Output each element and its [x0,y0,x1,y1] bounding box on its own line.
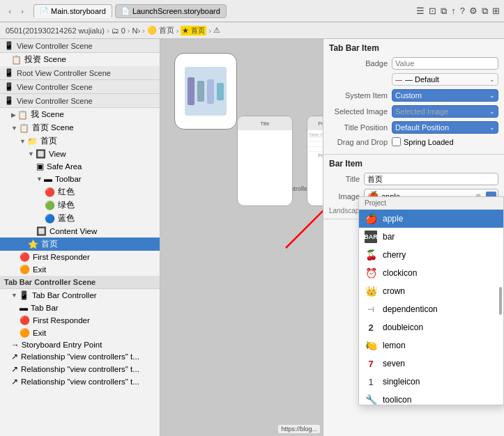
dropdown-item-cherry[interactable]: 🍒 cherry [359,246,503,264]
list-item[interactable]: → Storyboard Entry Point [0,339,160,350]
item-label: Safe Area [47,162,82,171]
scene-label-3[interactable]: View Controller Scene [17,83,93,91]
scene-label-4[interactable]: View Controller Scene [17,97,93,105]
item-label: 首页 [40,136,57,146]
settings-icon[interactable]: ⚙ [469,6,478,16]
list-item[interactable]: ▼ ▬ Toolbar [0,173,160,185]
badge-input [392,57,498,70]
title-position-label: Title Position [329,123,392,132]
expand-arrow: ▼ [28,150,34,157]
crown-label: crown [383,286,405,296]
back-button[interactable]: ‹ [4,6,15,17]
square-icon[interactable]: ⊡ [429,6,436,16]
list-item[interactable]: ▣ Safe Area [0,160,160,173]
item-label: Content View [49,227,97,235]
default-select[interactable]: — — Default ⌄ [392,73,498,86]
dropdown-item-lemon[interactable]: 🍋 lemon [359,336,503,355]
breadcrumb-item-2[interactable]: 🗂 0 [112,26,125,35]
title-position-select[interactable]: Default Position ⌄ [392,121,498,134]
list-item[interactable]: ▼ 🔲 View [0,148,160,160]
canvas[interactable]: Navigation Controller Title Prototype Ce… [160,39,323,436]
tab-bar-item-section: Tab Bar Item Badge — — Default ⌄ [323,39,504,155]
layers-icon[interactable]: ⧉ [482,6,488,17]
list-item[interactable]: ▶ 📋 我 Scene [0,108,160,121]
item-icon: 📋 [17,110,28,120]
red-dash-icon: — [395,76,402,84]
breadcrumb-item-4[interactable]: 🟡 首页 [147,25,174,36]
bar-item-title: Bar Item [329,159,498,169]
tab-launch-storyboard[interactable]: 📄 LaunchScreen.storyboard [115,4,227,18]
breadcrumb-item-3[interactable]: N› [132,26,140,35]
scene-frame [174,53,237,130]
scene-header-3: 📱 View Controller Scene [0,80,160,94]
list-icon[interactable]: ☰ [416,6,425,16]
scene-label-2[interactable]: Root View Controller Scene [17,69,111,77]
tab-bar-icon: ▬ [20,303,28,313]
chevron-down-icon-2: ⌄ [489,92,495,99]
item-label: Tab Bar [31,304,59,312]
dropdown-item-double[interactable]: 2 doubleicon [359,318,503,336]
tab-main-storyboard[interactable]: 📄 Main.storyboard [33,4,112,18]
dropdown-scrollbar[interactable] [498,197,503,405]
bar-title-input[interactable] [364,173,498,185]
list-item[interactable]: 🔵 蓝色 [0,212,160,225]
grid-icon[interactable]: ⊞ [492,6,500,16]
scene-label-1[interactable]: View Controller Scene [17,42,93,50]
lemon-icon: 🍋 [365,339,377,352]
dropdown-item-dependent[interactable]: ⊣ dependenticon [359,300,503,318]
breadcrumb-item-6[interactable]: ⚠ [213,26,220,35]
cherry-label: cherry [383,250,406,260]
list-item[interactable]: 🔲 Content View [0,225,160,238]
list-item[interactable]: 🟠 Exit [0,263,160,276]
scene-icon-4: 📱 [4,96,14,105]
spring-loaded-checkbox[interactable] [392,137,401,146]
dropdown-item-seven[interactable]: 7 seven [359,355,503,373]
tab-bar: ‹ › 📄 Main.storyboard 📄 LaunchScreen.sto… [0,0,504,22]
apple-icon: 🍎 [365,212,377,225]
lemon-label: lemon [383,341,406,350]
item-icon: 📋 [19,123,29,133]
dropdown-item-apple[interactable]: 🍎 apple [359,210,503,228]
list-item[interactable]: 🔴 First Responder [0,314,160,327]
dropdown-item-tool[interactable]: 🔧 toolicon [359,391,503,405]
list-item[interactable]: ▼ 📱 Tab Bar Controller [0,289,160,302]
breadcrumb-item-5[interactable]: ★ 首页 [181,26,206,36]
list-item[interactable]: 🟠 Exit [0,327,160,339]
list-item[interactable]: ▼ 📁 首页 [0,134,160,148]
system-item-select[interactable]: Custom ⌄ [392,89,498,102]
exit-icon: 🟠 [20,265,30,274]
chevron-down-icon-4: ⌄ [489,124,495,131]
question-icon[interactable]: ? [460,6,465,16]
selected-item[interactable]: ⭐ 首页 [0,238,160,251]
list-item[interactable]: ↗ Relationship "view controllers" t... [0,350,160,363]
list-item[interactable]: 🔴 First Responder [0,251,160,263]
view-icon: 🔲 [36,149,46,159]
list-item[interactable]: ↗ Relationship "view controllers" t... [0,363,160,375]
dropdown-item-single[interactable]: 1 singleicon [359,373,503,391]
tab-bar-section-label[interactable]: Tab Bar Controller Scene [4,278,96,286]
selected-image-select[interactable]: Selected Image ⌄ [392,105,498,118]
list-item[interactable]: 📋 投资 Scene [0,53,160,66]
url-banner: https://blog... [278,425,320,433]
breadcrumb-item-1[interactable]: 0501(201930214262 wujialu) [6,26,105,35]
forward-button[interactable]: › [17,6,28,17]
title-position-value: Default Position [395,123,449,132]
toolbar-icons: ☰ ⊡ ⧉ ↑ ? ⚙ ⧉ ⊞ [416,6,500,17]
arrow-icon[interactable]: ↑ [451,6,456,16]
copy-icon[interactable]: ⧉ [441,6,447,17]
selected-image-row: Selected Image Selected Image ⌄ [329,105,498,118]
list-item[interactable]: 🟢 绿色 [0,198,160,212]
list-item[interactable]: ▼ 📋 首页 Scene [0,121,160,134]
dropdown-item-crown[interactable]: 👑 crown [359,282,503,300]
list-item[interactable]: ↗ Relationship "view controllers" t... [0,375,160,388]
item-label: First Responder [33,316,90,325]
tab-controller-icon: 📱 [19,290,29,300]
list-item[interactable]: 🔴 红色 [0,185,160,198]
title-position-row: Title Position Default Position ⌄ [329,121,498,134]
badge-text-input[interactable] [392,57,498,70]
list-item[interactable]: ▬ Tab Bar [0,302,160,314]
dropdown-item-bar[interactable]: BAR bar [359,228,503,246]
dropdown-item-clock[interactable]: ⏰ clockicon [359,264,503,282]
tool-label: toolicon [383,395,411,405]
project-header: Project [359,197,503,210]
